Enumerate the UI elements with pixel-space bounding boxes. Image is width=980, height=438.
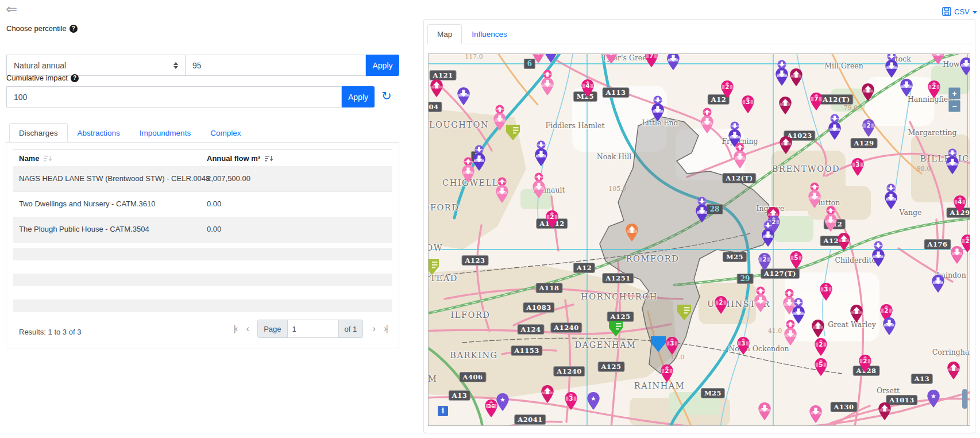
- marker-abstraction-pair[interactable]: [651, 95, 665, 124]
- cumulative-value-input[interactable]: [6, 86, 342, 107]
- marker-discharge-up[interactable]: [837, 232, 851, 253]
- marker-discharge-up[interactable]: [430, 79, 443, 100]
- marker-discharge-pair[interactable]: [754, 286, 767, 315]
- back-arrow-icon[interactable]: ⇐: [6, 2, 17, 16]
- marker-abstraction-pair[interactable]: [828, 114, 842, 143]
- marker-abstraction-pair[interactable]: [871, 241, 885, 270]
- sort-icon-name[interactable]: [44, 155, 52, 162]
- cumulative-apply-button[interactable]: Apply: [342, 86, 375, 107]
- marker-abstraction-down[interactable]: [544, 53, 558, 66]
- marker-cluster[interactable]: 3: [741, 95, 755, 116]
- marker-cluster[interactable]: 7: [645, 53, 658, 70]
- help-icon[interactable]: ?: [70, 25, 78, 33]
- marker-discharge-up-dark[interactable]: [861, 83, 875, 104]
- marker-discharge-down[interactable]: [604, 53, 618, 67]
- info-button[interactable]: i: [438, 406, 448, 416]
- zoom-in-button[interactable]: +: [948, 87, 960, 99]
- marker-cluster[interactable]: 36: [484, 399, 498, 420]
- marker-discharge-up-dark[interactable]: [878, 402, 892, 423]
- map-tab-influences[interactable]: Influences: [462, 24, 517, 44]
- marker-abstraction-pair[interactable]: [695, 197, 709, 225]
- percentile-value-input[interactable]: [185, 55, 366, 76]
- marker-cluster[interactable]: 3: [819, 282, 833, 303]
- marker-discharge-pair[interactable]: [808, 182, 821, 211]
- percentile-apply-button[interactable]: Apply: [366, 55, 399, 76]
- prev-page-button[interactable]: ‹: [246, 323, 249, 335]
- marker-cluster[interactable]: 2: [814, 337, 828, 359]
- marker-abstraction-pair[interactable]: [761, 221, 775, 249]
- first-page-button[interactable]: |‹: [233, 323, 237, 335]
- tab-complex[interactable]: Complex: [200, 123, 250, 143]
- marker-abstraction-down[interactable]: [931, 274, 945, 295]
- marker-cluster[interactable]: 3: [564, 391, 578, 413]
- marker-abstraction-pair[interactable]: [775, 60, 789, 89]
- marker-abstraction-pair[interactable]: [885, 53, 898, 80]
- marker-abstraction-pair[interactable]: [534, 140, 548, 169]
- marker-discharge-up-dark[interactable]: [778, 96, 792, 117]
- marker-discharge-pair[interactable]: [824, 206, 838, 235]
- marker-abstraction-pair[interactable]: [884, 183, 898, 212]
- marker-discharge-pair[interactable]: [700, 107, 714, 136]
- marker-discharge-pair[interactable]: [493, 105, 507, 133]
- marker-star[interactable]: ★: [927, 389, 940, 410]
- marker-discharge-up-dark[interactable]: [789, 68, 803, 89]
- tab-discharges[interactable]: Discharges: [9, 123, 68, 143]
- sort-icon-flow[interactable]: [265, 155, 273, 162]
- marker-discharge-pair[interactable]: [733, 143, 747, 171]
- marker-star[interactable]: ★: [587, 391, 600, 413]
- marker-discharge-down[interactable]: [809, 405, 823, 426]
- tab-impoundments[interactable]: Impoundments: [130, 123, 200, 143]
- marker-discharge-pair[interactable]: [495, 177, 509, 206]
- marker-cluster[interactable]: 3: [665, 336, 679, 358]
- tab-abstractions[interactable]: Abstractions: [68, 123, 130, 143]
- marker-abstraction-down[interactable]: [882, 317, 896, 338]
- zoom-out-button[interactable]: −: [948, 100, 960, 112]
- marker-cluster[interactable]: 7: [809, 92, 823, 113]
- map-tab-map[interactable]: Map: [427, 24, 462, 44]
- marker-abstraction-down[interactable]: [959, 57, 970, 78]
- marker-discharge-down[interactable]: [758, 402, 771, 423]
- marker-cluster[interactable]: 2: [858, 354, 872, 375]
- table-row[interactable]: Two Dwellings and Nursery - CATM.36100.0…: [13, 191, 392, 217]
- map-scrollbar-thumb[interactable]: [962, 389, 967, 409]
- csv-export-button[interactable]: CSV: [942, 7, 977, 16]
- marker-discharge-pair[interactable]: [461, 157, 475, 186]
- marker-cluster[interactable]: 5: [814, 358, 828, 379]
- marker-abstraction-pair[interactable]: [946, 148, 959, 177]
- marker-cluster[interactable]: 3: [851, 157, 865, 179]
- marker-discharge-up-dark[interactable]: [850, 304, 863, 325]
- marker-cluster[interactable]: 4: [581, 79, 595, 100]
- marker-discharge-pair[interactable]: [541, 70, 554, 98]
- marker-impoundment-green[interactable]: [608, 320, 623, 339]
- marker-discharge-pair[interactable]: [532, 172, 546, 201]
- marker-cluster[interactable]: 2: [660, 364, 674, 385]
- marker-cluster[interactable]: 5: [789, 251, 803, 272]
- marker-cluster[interactable]: 2: [720, 80, 734, 101]
- refresh-icon[interactable]: ↻: [381, 90, 392, 102]
- help-icon[interactable]: ?: [71, 74, 79, 82]
- marker-impoundment-olive[interactable]: [428, 259, 439, 278]
- marker-cluster-purple[interactable]: 2: [862, 118, 875, 140]
- table-row[interactable]: The Plough Public House - CATM.35040.00: [13, 217, 392, 243]
- marker-abstraction-down[interactable]: [457, 87, 470, 108]
- marker-selected-blue[interactable]: [650, 336, 666, 355]
- marker-cluster[interactable]: 4: [953, 195, 967, 216]
- marker-cluster-purple[interactable]: 2: [758, 252, 771, 274]
- marker-discharge-up[interactable]: [947, 361, 960, 382]
- marker-cluster[interactable]: 2: [545, 210, 559, 231]
- marker-cluster[interactable]: 2: [927, 80, 941, 101]
- marker-discharge-up[interactable]: [541, 385, 554, 406]
- next-page-button[interactable]: ›: [372, 323, 375, 335]
- marker-impoundment-olive[interactable]: [506, 124, 520, 143]
- marker-impoundment-olive[interactable]: [677, 304, 692, 323]
- page-input[interactable]: [287, 320, 339, 337]
- last-page-button[interactable]: ›|: [384, 323, 387, 335]
- marker-orange[interactable]: [625, 223, 639, 244]
- marker-discharge-pair[interactable]: [784, 320, 797, 348]
- marker-discharge-up-dark[interactable]: [779, 136, 793, 157]
- percentile-type-select[interactable]: Natural annual: [6, 55, 186, 76]
- marker-cluster[interactable]: 2: [714, 295, 728, 317]
- marker-discharge-down[interactable]: [950, 245, 964, 267]
- table-row[interactable]: NAGS HEAD LANE STW (Brentwood STW) - CEL…: [13, 166, 392, 192]
- marker-cluster[interactable]: 3: [736, 336, 750, 358]
